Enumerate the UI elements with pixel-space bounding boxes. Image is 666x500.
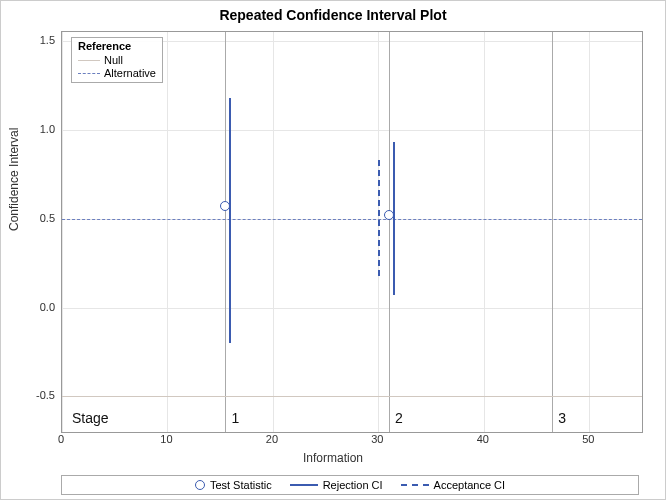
- rejection-ci-bar: [393, 142, 395, 295]
- series-legend: Test Statistic Rejection CI Acceptance C…: [61, 475, 639, 495]
- x-tick-label: 10: [160, 433, 172, 445]
- stage-boundary: [225, 32, 226, 432]
- x-tick-label: 0: [58, 433, 64, 445]
- grid-line: [62, 308, 642, 309]
- ci-plot-figure: Repeated Confidence Interval Plot 123Sta…: [0, 0, 666, 500]
- y-tick-label: 0.0: [15, 301, 55, 313]
- acceptance-ci-bar: [378, 160, 380, 276]
- solid-line-icon: [290, 484, 318, 486]
- rejection-ci-bar: [229, 98, 231, 343]
- y-tick-label: 0.5: [15, 212, 55, 224]
- legend-label: Rejection CI: [323, 479, 383, 491]
- stage-number: 1: [231, 410, 239, 426]
- x-tick-label: 20: [266, 433, 278, 445]
- null-label: Null: [104, 54, 123, 66]
- circle-marker-icon: [195, 480, 205, 490]
- grid-line: [62, 32, 63, 432]
- dashed-line-swatch-icon: [78, 73, 100, 74]
- reference-legend-alt: Alternative: [78, 67, 156, 79]
- x-tick-label: 40: [477, 433, 489, 445]
- y-tick-label: -0.5: [15, 389, 55, 401]
- grid-line: [589, 32, 590, 432]
- x-axis-label: Information: [1, 451, 665, 465]
- legend-rejection-ci: Rejection CI: [290, 479, 383, 491]
- reference-legend-null: Null: [78, 54, 156, 66]
- legend-label: Test Statistic: [210, 479, 272, 491]
- stage-boundary: [389, 32, 390, 432]
- stage-boundary: [552, 32, 553, 432]
- grid-line: [167, 32, 168, 432]
- grid-line: [484, 32, 485, 432]
- plot-area: 123Stage: [61, 31, 643, 433]
- y-tick-label: 1.5: [15, 34, 55, 46]
- line-swatch-icon: [78, 60, 100, 61]
- legend-label: Acceptance CI: [434, 479, 506, 491]
- stage-number: 3: [558, 410, 566, 426]
- chart-title: Repeated Confidence Interval Plot: [1, 7, 665, 23]
- stage-axis-label: Stage: [72, 410, 109, 426]
- stage-number: 2: [395, 410, 403, 426]
- alt-label: Alternative: [104, 67, 156, 79]
- legend-test-statistic: Test Statistic: [195, 479, 272, 491]
- grid-line: [273, 32, 274, 432]
- x-tick-label: 30: [371, 433, 383, 445]
- y-tick-label: 1.0: [15, 123, 55, 135]
- reference-legend-title: Reference: [78, 40, 156, 52]
- reference-legend: Reference Null Alternative: [71, 37, 163, 83]
- grid-line: [62, 130, 642, 131]
- legend-acceptance-ci: Acceptance CI: [401, 479, 506, 491]
- dashed-line-icon: [401, 484, 429, 486]
- x-tick-label: 50: [582, 433, 594, 445]
- null-reference-line: [62, 396, 642, 397]
- alternative-reference-line: [62, 219, 642, 220]
